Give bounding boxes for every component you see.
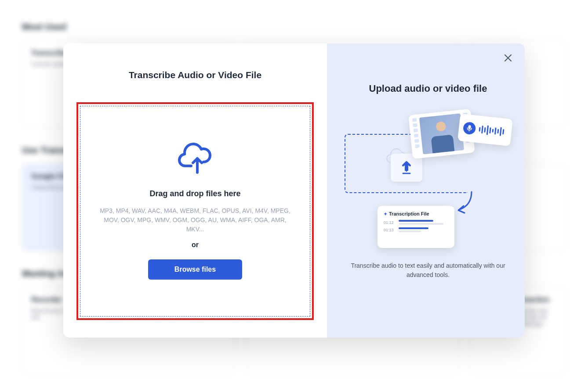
illus-audio-card (457, 114, 513, 146)
upload-illustration: ✦ Transcription File 01:12 01:13 (345, 112, 512, 248)
illus-file-title-text: Transcription File (389, 211, 429, 216)
modal-overlay: Transcribe Audio or Video File Drag and … (0, 0, 588, 381)
cloud-upload-icon (177, 143, 213, 176)
illus-file-row: 01:12 (384, 220, 448, 225)
browse-files-button[interactable]: Browse files (148, 259, 242, 280)
illus-transcript-card: ✦ Transcription File 01:12 01:13 (377, 206, 454, 248)
illus-arrow-icon (456, 191, 474, 216)
illus-timestamp: 01:12 (384, 220, 395, 225)
drop-highlight-frame: Drag and drop files here MP3, MP4, WAV, … (76, 102, 314, 320)
drop-zone[interactable]: Drag and drop files here MP3, MP4, WAV, … (80, 106, 310, 316)
waveform-icon (479, 125, 505, 137)
modal-left-panel: Transcribe Audio or Video File Drag and … (63, 43, 327, 338)
close-icon (505, 54, 512, 61)
modal-right-panel: Upload audio or video file (327, 43, 525, 338)
film-thumbnail (419, 113, 464, 154)
microphone-icon (463, 122, 476, 135)
modal-title: Transcribe Audio or Video File (76, 70, 314, 80)
illus-timestamp: 01:13 (384, 228, 395, 232)
upload-modal: Transcribe Audio or Video File Drag and … (63, 43, 525, 338)
illus-file-title: ✦ Transcription File (384, 211, 448, 216)
illus-file-row: 01:13 (384, 227, 448, 232)
svg-rect-1 (468, 125, 471, 129)
or-label: or (192, 241, 199, 249)
upload-arrow-icon (400, 160, 413, 175)
drop-title: Drag and drop files here (149, 189, 240, 198)
formats-text: MP3, MP4, WAV, AAC, M4A, WEBM, FLAC, OPU… (98, 206, 292, 234)
close-button[interactable] (503, 53, 513, 64)
right-panel-title: Upload audio or video file (369, 83, 487, 94)
film-strip (412, 118, 421, 155)
sparkle-icon: ✦ (384, 212, 387, 216)
right-caption: Transcribe audio to text easily and auto… (347, 261, 509, 280)
